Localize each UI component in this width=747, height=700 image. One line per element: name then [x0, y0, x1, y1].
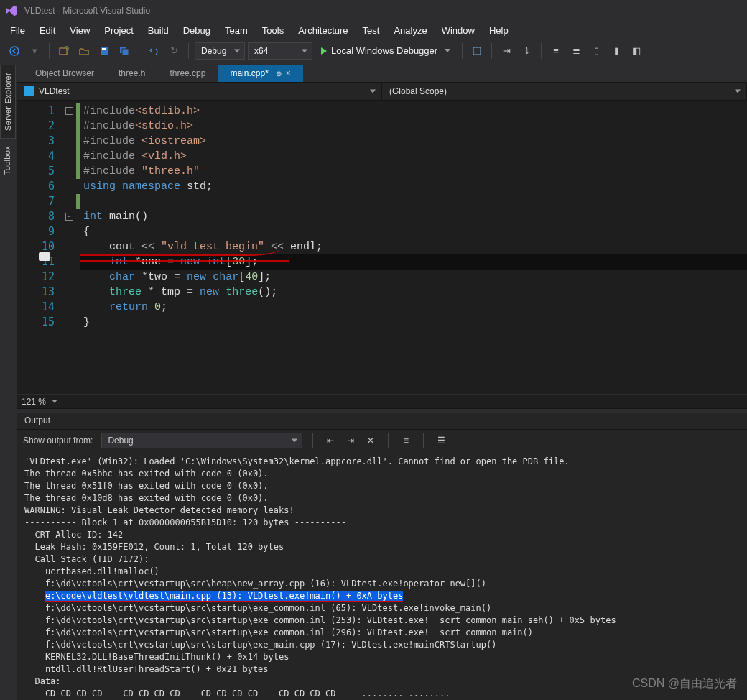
fold-cell: [62, 239, 76, 254]
output-line[interactable]: f:\dd\vctools\crt\vcstartup\src\startup\…: [24, 602, 740, 614]
code-line[interactable]: #include "three.h": [80, 164, 747, 179]
output-line[interactable]: Call Stack (TID 7172):: [24, 553, 740, 566]
code-line[interactable]: return 0;: [80, 300, 747, 315]
list-icon[interactable]: ☰: [434, 433, 448, 448]
find-message-icon[interactable]: ⇤: [323, 433, 338, 448]
nav-project-dropdown[interactable]: VLDtest: [17, 83, 382, 100]
menu-test[interactable]: Test: [356, 23, 387, 38]
output-line[interactable]: ---------- Block 1 at 0x0000000055B15D10…: [24, 517, 740, 529]
next-message-icon[interactable]: ⇥: [343, 433, 358, 448]
output-line[interactable]: CD CD CD CD CD CD CD CD CD CD CD CD CD C…: [24, 688, 740, 700]
code-line[interactable]: using namespace std;: [80, 179, 747, 194]
step-over-button[interactable]: ⤵: [518, 42, 535, 60]
menu-view[interactable]: View: [62, 23, 97, 38]
code-editor[interactable]: 123456789101112131415 −− #include<stdlib…: [17, 101, 747, 394]
output-line[interactable]: f:\dd\vctools\crt\vcstartup\src\startup\…: [24, 639, 740, 651]
menu-help[interactable]: Help: [482, 23, 516, 38]
clear-all-icon[interactable]: ✕: [363, 433, 378, 448]
output-line[interactable]: 'VLDtest.exe' (Win32): Loaded 'C:\Window…: [24, 456, 740, 468]
side-tab-server-explorer[interactable]: Server Explorer: [0, 65, 16, 139]
menu-window[interactable]: Window: [435, 23, 482, 38]
menu-build[interactable]: Build: [141, 23, 176, 38]
open-file-button[interactable]: [75, 42, 93, 60]
output-line[interactable]: f:\dd\vctools\crt\vcstartup\src\heap\new…: [24, 578, 740, 590]
comment-button[interactable]: ▯: [588, 42, 605, 60]
output-line[interactable]: The thread 0x10d8 has exited with code 0…: [24, 492, 740, 505]
bookmark-button[interactable]: ◧: [628, 42, 645, 60]
output-line[interactable]: KERNEL32.DLL!BaseThreadInitThunk() + 0x1…: [24, 651, 740, 663]
output-from-dropdown[interactable]: Debug: [101, 433, 302, 448]
zoom-dropdown[interactable]: 121 %: [22, 397, 57, 407]
output-line[interactable]: Leak Hash: 0x159FE012, Count: 1, Total 1…: [24, 541, 740, 553]
output-line[interactable]: ucrtbased.dll!malloc(): [24, 566, 740, 578]
code-line[interactable]: [80, 194, 747, 209]
indent-left-button[interactable]: ≡: [547, 42, 565, 60]
fold-gutter: −−: [62, 101, 76, 394]
doc-tab-main-cpp-[interactable]: main.cpp*⊕×: [218, 65, 302, 82]
code-line[interactable]: int *one = new int[30];: [80, 254, 747, 270]
code-line[interactable]: #include <iostream>: [80, 134, 747, 149]
menu-bar: FileEditViewProjectBuildDebugTeamToolsAr…: [0, 22, 747, 39]
menu-team[interactable]: Team: [218, 23, 255, 38]
pin-icon[interactable]: ⊕: [276, 70, 282, 78]
nav-back-button[interactable]: [6, 42, 23, 60]
doc-tab-three-cpp[interactable]: three.cpp: [157, 65, 218, 82]
menu-project[interactable]: Project: [97, 23, 140, 38]
code-line[interactable]: char *two = new char[40];: [80, 270, 747, 285]
breakpoint-marker[interactable]: [39, 252, 50, 261]
code-line[interactable]: int main(): [80, 209, 747, 224]
fold-cell: [62, 300, 76, 315]
output-line[interactable]: f:\dd\vctools\crt\vcstartup\src\startup\…: [24, 627, 740, 639]
solution-config-dropdown[interactable]: Debug: [195, 42, 245, 60]
code-line[interactable]: three * tmp = new three();: [80, 285, 747, 300]
uncomment-button[interactable]: ▮: [608, 42, 625, 60]
save-all-button[interactable]: [116, 42, 133, 60]
fold-cell: [62, 254, 76, 270]
fold-cell[interactable]: −: [62, 103, 76, 119]
fold-cell[interactable]: −: [62, 209, 76, 224]
code-area[interactable]: #include<stdlib.h>#include<stdio.h>#incl…: [80, 101, 747, 394]
separator: [312, 433, 313, 448]
new-project-button[interactable]: [55, 42, 73, 60]
menu-edit[interactable]: Edit: [32, 23, 62, 38]
output-line[interactable]: f:\dd\vctools\crt\vcstartup\src\startup\…: [24, 614, 740, 627]
output-console[interactable]: 'VLDtest.exe' (Win32): Loaded 'C:\Window…: [17, 451, 747, 700]
indent-right-button[interactable]: ≣: [567, 42, 585, 60]
code-line[interactable]: #include<stdlib.h>: [80, 103, 747, 119]
menu-debug[interactable]: Debug: [176, 23, 218, 38]
code-line[interactable]: {: [80, 224, 747, 239]
output-line[interactable]: Data:: [24, 676, 740, 688]
title-bar: VLDtest - Microsoft Visual Studio: [0, 0, 747, 22]
doc-tab-three-h[interactable]: three.h: [106, 65, 157, 82]
output-line[interactable]: ntdll.dll!RtlUserThreadStart() + 0x21 by…: [24, 663, 740, 676]
output-line[interactable]: e:\code\vldtest\vldtest\main.cpp (13): V…: [24, 590, 740, 602]
step-into-button[interactable]: ⇥: [498, 42, 515, 60]
start-debugging-button[interactable]: Local Windows Debugger: [315, 42, 456, 60]
solution-platform-dropdown[interactable]: x64: [248, 42, 312, 60]
menu-tools[interactable]: Tools: [255, 23, 291, 38]
redo-button[interactable]: ↻: [165, 42, 182, 60]
code-line[interactable]: }: [80, 315, 747, 330]
chevron-down-icon: [445, 49, 450, 52]
code-line[interactable]: cout << "vld test begin" << endl;: [80, 239, 747, 254]
code-line[interactable]: #include<stdio.h>: [80, 119, 747, 134]
browse-button[interactable]: [468, 42, 486, 60]
output-line[interactable]: The thread 0x5bbc has exited with code 0…: [24, 468, 740, 480]
nav-scope-dropdown[interactable]: (Global Scope): [382, 83, 747, 100]
menu-analyze[interactable]: Analyze: [386, 23, 434, 38]
menu-file[interactable]: File: [3, 23, 32, 38]
output-line[interactable]: CRT Alloc ID: 142: [24, 529, 740, 541]
nav-forward-button[interactable]: ▾: [26, 42, 43, 60]
code-line[interactable]: #include <vld.h>: [80, 149, 747, 164]
output-line[interactable]: The thread 0x51f0 has exited with code 0…: [24, 480, 740, 492]
separator: [462, 43, 463, 59]
fold-minus-icon: −: [65, 107, 73, 115]
toggle-wrap-icon[interactable]: ≡: [399, 433, 413, 448]
doc-tab-object-browser[interactable]: Object Browser: [23, 65, 106, 82]
undo-button[interactable]: [145, 42, 162, 60]
close-icon[interactable]: ×: [286, 68, 291, 78]
save-button[interactable]: [96, 42, 113, 60]
side-tab-toolbox[interactable]: Toolbox: [0, 139, 14, 182]
output-line[interactable]: WARNING: Visual Leak Detector detected m…: [24, 505, 740, 517]
menu-architecture[interactable]: Architecture: [291, 23, 355, 38]
